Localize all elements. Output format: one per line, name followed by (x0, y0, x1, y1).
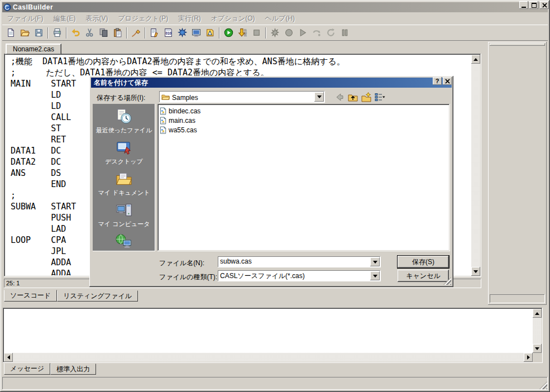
cut-button[interactable] (83, 26, 97, 40)
copy-button[interactable] (97, 26, 111, 40)
scroll-up-button[interactable] (471, 55, 480, 64)
up-folder-icon (347, 92, 358, 103)
filetype-combobox[interactable]: CASLソースファイル(*.cas) (218, 270, 381, 281)
tab-standard-io[interactable]: 標準入出力 (50, 364, 96, 375)
print-button[interactable] (50, 26, 64, 40)
menu-view[interactable]: 表示(V) (80, 13, 113, 25)
toolbar-separator (265, 27, 266, 39)
menu-run[interactable]: 実行(R) (173, 13, 206, 25)
scroll-left-button[interactable] (4, 353, 13, 362)
output-vertical-scrollbar[interactable] (533, 309, 542, 353)
binary-file-button[interactable]: 010 (161, 26, 175, 40)
view-menu-button[interactable] (374, 91, 386, 103)
views-icon (374, 92, 385, 103)
scrollbar-track[interactable] (533, 318, 542, 344)
panel-grip[interactable] (490, 44, 545, 46)
tab-messages[interactable]: メッセージ (4, 363, 50, 375)
paste-button[interactable] (111, 26, 125, 40)
place-recent-files[interactable]: 最近使ったファイル (93, 108, 155, 135)
dialog-close-button[interactable] (443, 77, 452, 85)
scroll-down-button[interactable] (471, 267, 480, 276)
file-name: bindec.cas (169, 107, 200, 115)
place-my-computer[interactable]: マイ コンピュータ (93, 202, 155, 228)
debug-restart-icon (326, 28, 336, 37)
resize-grip[interactable] (539, 381, 547, 389)
output-bottom-tabs: メッセージ標準入出力 (4, 364, 96, 375)
debug-pause-icon (340, 28, 350, 37)
menu-help[interactable]: ヘルプ(H) (260, 13, 300, 25)
save-as-dialog: 名前を付けて保存 ? 保存する場所(I): Samples 最近使ったファイルデ… (89, 76, 453, 287)
svg-text:01: 01 (244, 34, 247, 37)
menu-project[interactable]: プロジェクト(P) (113, 13, 173, 25)
assemble-button[interactable] (203, 26, 217, 40)
my-documents-icon (116, 171, 132, 188)
editor-vertical-scrollbar[interactable] (471, 55, 480, 276)
output-message-box[interactable] (3, 308, 543, 363)
filename-combobox[interactable]: subwa.cas (218, 256, 381, 267)
debug-break-icon (270, 28, 280, 37)
load-program-button[interactable]: 011001 (236, 26, 250, 40)
left-arrow-icon (5, 355, 10, 360)
cursor-position: 25: 1 (6, 280, 20, 286)
right-dock-panel (488, 42, 547, 305)
debug-restart-button (324, 26, 338, 40)
run-program-button[interactable] (222, 26, 236, 40)
cancel-button[interactable]: キャンセル (398, 270, 449, 282)
file-list[interactable]: bindec.casmain.caswa55.cas (157, 104, 450, 251)
scrollbar-track[interactable] (13, 353, 524, 362)
scrollbar-track[interactable] (471, 64, 480, 267)
simulator-button[interactable] (189, 26, 203, 40)
dropdown-button[interactable] (370, 257, 380, 266)
file-name: main.cas (169, 117, 195, 125)
debug-break-button (268, 26, 282, 40)
open-file-button[interactable] (18, 26, 32, 40)
file-item[interactable]: main.cas (159, 116, 449, 125)
new-folder-icon (361, 92, 372, 103)
toolbar-separator (47, 27, 49, 39)
binary-file-icon: 010 (164, 28, 173, 37)
scroll-down-button[interactable] (533, 344, 542, 353)
scroll-up-button[interactable] (533, 309, 542, 318)
menu-edit[interactable]: 編集(E) (48, 13, 80, 25)
minimize-button[interactable] (519, 1, 528, 9)
save-file-button[interactable] (32, 26, 46, 40)
places-bar: 最近使ったファイルデスクトップマイ ドキュメントマイ コンピュータネットワーク (93, 104, 155, 251)
filetype-label: ファイルの種類(T): (159, 273, 217, 282)
up-one-level-button[interactable] (347, 91, 359, 103)
cas-file-icon (160, 126, 166, 134)
menu-file[interactable]: ファイル(F) (2, 13, 48, 25)
recent-files-icon (116, 108, 132, 125)
tab-listing-file[interactable]: リスティングファイル (57, 290, 138, 302)
output-horizontal-scrollbar[interactable] (4, 353, 533, 362)
build-button[interactable] (175, 26, 189, 40)
file-item[interactable]: wa55.cas (159, 125, 449, 135)
dialog-controls: ? (433, 77, 452, 85)
dialog-help-button[interactable]: ? (433, 77, 442, 85)
dropdown-button[interactable] (314, 92, 324, 102)
new-file-button[interactable] (4, 26, 18, 40)
maximize-button[interactable] (529, 1, 538, 9)
place-my-documents[interactable]: マイ ドキュメント (93, 171, 155, 197)
format-brush-icon (131, 28, 141, 37)
debug-record-icon (284, 28, 294, 37)
tab-source-code[interactable]: ソースコード (4, 290, 57, 302)
create-new-folder-button[interactable] (360, 91, 372, 103)
caslbuilder-app-icon (3, 3, 11, 11)
toolbar-separator (145, 27, 146, 39)
place-network[interactable]: ネットワーク (93, 233, 155, 251)
window-titlebar: CaslBuilder (2, 2, 548, 12)
tab-noname2[interactable]: Noname2.cas (6, 44, 61, 54)
dropdown-button[interactable] (370, 271, 380, 280)
close-button[interactable] (540, 1, 549, 9)
save-button[interactable]: 保存(S) (398, 256, 449, 268)
undo-button[interactable] (69, 26, 83, 40)
format-brush-button[interactable] (129, 26, 143, 40)
file-item[interactable]: bindec.cas (159, 106, 449, 116)
window-controls (519, 1, 549, 9)
maximize-icon (532, 3, 537, 8)
scroll-right-button[interactable] (524, 353, 533, 362)
menu-options[interactable]: オプション(O) (206, 13, 260, 25)
place-desktop[interactable]: デスクトップ (93, 140, 155, 166)
save-location-combobox[interactable]: Samples (159, 91, 325, 103)
edit-source-button[interactable] (147, 26, 161, 40)
